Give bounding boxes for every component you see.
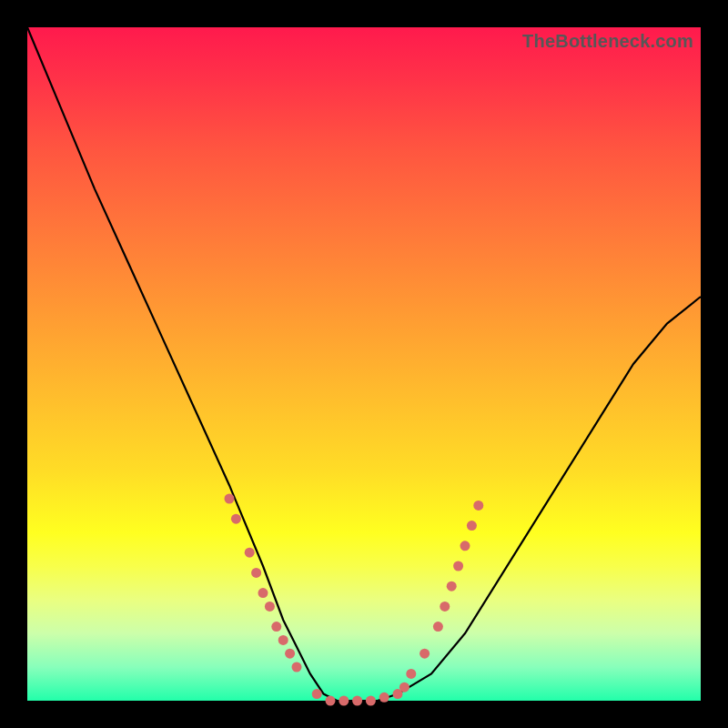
bottleneck-curve xyxy=(27,27,701,701)
data-dot xyxy=(352,696,362,706)
chart-frame: TheBottleneck.com xyxy=(0,0,728,728)
data-dot xyxy=(420,649,430,659)
plot-area: TheBottleneck.com xyxy=(27,27,701,701)
data-dot xyxy=(265,602,275,612)
data-dot xyxy=(453,561,463,571)
data-dot xyxy=(339,696,349,706)
data-dot xyxy=(285,649,295,659)
data-dot xyxy=(399,682,410,693)
data-dot xyxy=(379,693,389,703)
curve-svg xyxy=(27,27,701,701)
data-dot xyxy=(433,622,443,632)
data-dot xyxy=(312,689,322,699)
data-dot xyxy=(440,602,450,612)
data-dot xyxy=(258,588,268,598)
dots-group xyxy=(225,494,484,706)
data-dot xyxy=(326,696,336,706)
data-dot xyxy=(278,635,288,645)
data-dot xyxy=(271,622,281,632)
data-dot xyxy=(447,581,457,592)
data-dot xyxy=(473,500,483,511)
data-dot xyxy=(231,514,241,524)
data-dot xyxy=(366,696,376,706)
data-dot xyxy=(467,521,477,531)
data-dot xyxy=(292,662,302,672)
data-dot xyxy=(406,669,416,679)
data-dot xyxy=(225,494,235,504)
data-dot xyxy=(245,548,255,558)
data-dot xyxy=(251,568,261,578)
data-dot xyxy=(460,541,470,551)
